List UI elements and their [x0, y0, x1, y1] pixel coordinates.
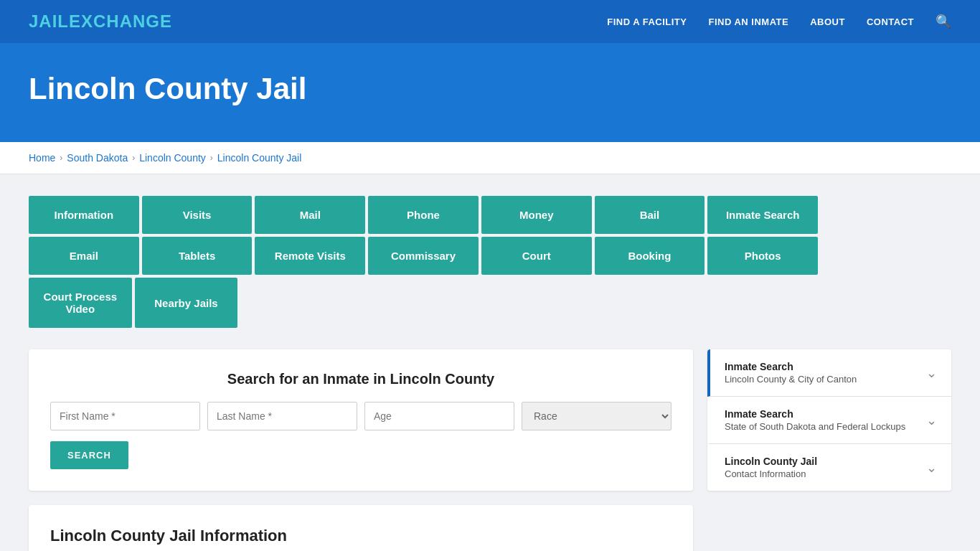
btn-booking[interactable]: Booking [595, 237, 705, 275]
right-sidebar: Inmate Search Lincoln County & City of C… [707, 349, 951, 491]
breadcrumb-sep-3: › [210, 153, 213, 163]
sidebar-item-contact-info[interactable]: Lincoln County Jail Contact Information … [707, 444, 951, 491]
search-submit-button[interactable]: SEARCH [50, 441, 128, 469]
btn-nearby-jails[interactable]: Nearby Jails [135, 278, 238, 328]
breadcrumb-sep-2: › [132, 153, 135, 163]
header: JAILEXCHANGE FIND A FACILITY FIND AN INM… [0, 0, 980, 43]
btn-mail[interactable]: Mail [255, 196, 365, 234]
nav-find-inmate[interactable]: FIND AN INMATE [708, 17, 788, 27]
nav-find-facility[interactable]: FIND A FACILITY [607, 17, 687, 27]
nav-buttons-row1: Information Visits Mail Phone Money Bail… [29, 196, 818, 234]
hero-banner: Lincoln County Jail [0, 43, 980, 142]
race-select[interactable]: Race [522, 402, 672, 430]
btn-email[interactable]: Email [29, 237, 139, 275]
info-section-title: Lincoln County Jail Information [50, 527, 672, 545]
sidebar-item-lincoln-title: Inmate Search [725, 361, 857, 372]
info-section: Lincoln County Jail Information [29, 505, 693, 551]
breadcrumb-home[interactable]: Home [29, 152, 55, 164]
btn-bail[interactable]: Bail [595, 196, 705, 234]
btn-commissary[interactable]: Commissary [368, 237, 479, 275]
btn-visits[interactable]: Visits [142, 196, 253, 234]
btn-court[interactable]: Court [481, 237, 592, 275]
breadcrumb-sep-1: › [60, 153, 62, 163]
sidebar-item-contact-text: Lincoln County Jail Contact Information [725, 456, 817, 479]
btn-money[interactable]: Money [481, 196, 592, 234]
main-content: Information Visits Mail Phone Money Bail… [0, 174, 980, 551]
header-search-button[interactable]: 🔍 [936, 14, 951, 29]
breadcrumb-lincoln-county-jail[interactable]: Lincoln County Jail [217, 152, 302, 164]
chevron-down-icon-1: ⌄ [926, 365, 937, 381]
page-title: Lincoln County Jail [29, 72, 951, 106]
breadcrumb-south-dakota[interactable]: South Dakota [67, 152, 128, 164]
btn-phone[interactable]: Phone [368, 196, 479, 234]
sidebar-item-state-subtitle: State of South Dakota and Federal Lockup… [725, 421, 905, 432]
chevron-down-icon-3: ⌄ [926, 460, 937, 476]
breadcrumb: Home › South Dakota › Lincoln County › L… [0, 142, 980, 174]
sidebar-item-state-text: Inmate Search State of South Dakota and … [725, 408, 905, 432]
search-box-title: Search for an Inmate in Lincoln County [50, 371, 672, 387]
btn-inmate-search[interactable]: Inmate Search [707, 196, 818, 234]
nav-buttons-row3: Court Process Video Nearby Jails [29, 278, 237, 328]
sidebar-item-inmate-search-lincoln[interactable]: Inmate Search Lincoln County & City of C… [707, 349, 951, 397]
sidebar-item-lincoln-text: Inmate Search Lincoln County & City of C… [725, 361, 857, 385]
sidebar-item-contact-title: Lincoln County Jail [725, 456, 817, 467]
breadcrumb-lincoln-county[interactable]: Lincoln County [139, 152, 206, 164]
chevron-down-icon-2: ⌄ [926, 413, 937, 428]
btn-remote-visits[interactable]: Remote Visits [255, 237, 365, 275]
sidebar-item-inmate-search-state[interactable]: Inmate Search State of South Dakota and … [707, 397, 951, 444]
logo-jail: JAIL [29, 11, 69, 31]
nav-contact[interactable]: CONTACT [867, 17, 914, 27]
btn-photos[interactable]: Photos [707, 237, 818, 275]
sidebar-item-state-title: Inmate Search [725, 408, 905, 420]
left-column: Search for an Inmate in Lincoln County R… [29, 349, 693, 551]
sidebar-item-lincoln-subtitle: Lincoln County & City of Canton [725, 374, 857, 385]
search-fields-row: Race [50, 402, 672, 430]
nav-buttons-grid: Information Visits Mail Phone Money Bail… [29, 196, 818, 328]
sidebar-card: Inmate Search Lincoln County & City of C… [707, 349, 951, 491]
btn-information[interactable]: Information [29, 196, 139, 234]
first-name-input[interactable] [50, 402, 200, 430]
age-input[interactable] [364, 402, 514, 430]
btn-tablets[interactable]: Tablets [142, 237, 253, 275]
nav-buttons-row2: Email Tablets Remote Visits Commissary C… [29, 237, 818, 275]
logo-exchange: EXCHANGE [69, 11, 172, 31]
last-name-input[interactable] [207, 402, 357, 430]
top-nav: FIND A FACILITY FIND AN INMATE ABOUT CON… [607, 14, 951, 29]
nav-about[interactable]: ABOUT [810, 17, 845, 27]
two-column-layout: Search for an Inmate in Lincoln County R… [29, 349, 951, 551]
sidebar-item-contact-subtitle: Contact Information [725, 468, 817, 479]
inmate-search-box: Search for an Inmate in Lincoln County R… [29, 349, 693, 491]
logo[interactable]: JAILEXCHANGE [29, 11, 172, 32]
btn-court-process-video[interactable]: Court Process Video [29, 278, 132, 328]
